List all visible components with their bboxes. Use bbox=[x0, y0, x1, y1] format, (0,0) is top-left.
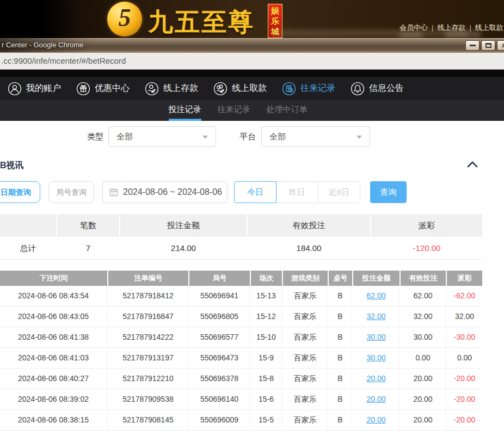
payout: -20.00 bbox=[447, 369, 482, 389]
tab-2[interactable]: 处理中订单 bbox=[267, 100, 308, 121]
logo-number: 5 bbox=[119, 5, 131, 30]
date-range-value: 2024-08-06 ~ 2024-08-06 bbox=[123, 187, 222, 197]
table-row: 2024-08-06 08:39:02521787909538550696140… bbox=[0, 389, 482, 410]
bet-amount-link[interactable]: 30.00 bbox=[366, 333, 385, 341]
game-type: 百家乐 bbox=[283, 307, 328, 327]
nav-item-deposit[interactable]: 线上存款 bbox=[145, 82, 198, 96]
round-query-button[interactable]: 局号查询 bbox=[48, 181, 94, 203]
table-id: B bbox=[329, 286, 352, 306]
logo-title: 九五至尊 bbox=[148, 5, 255, 39]
quick-button-2[interactable]: 近8日 bbox=[318, 181, 360, 203]
nav-item-label: 优惠中心 bbox=[95, 83, 130, 94]
table-header-cell: 注单编号 bbox=[108, 271, 188, 286]
bet-time: 2024-08-06 08:41:38 bbox=[0, 327, 107, 347]
bet-time: 2024-08-06 08:41:03 bbox=[0, 348, 107, 368]
url-text: .cc:9900/infe/mcenter/#/betRecord bbox=[0, 53, 504, 69]
quick-button-0[interactable]: 今日 bbox=[234, 181, 276, 203]
bet-amount-link[interactable]: 30.00 bbox=[353, 327, 399, 347]
table-header-cell: 有效投注 bbox=[401, 271, 446, 286]
table-header-cell: 场次 bbox=[251, 271, 282, 286]
record-tabs: 投注记录往来记录处理中订单 bbox=[0, 100, 504, 121]
bet-amount-link[interactable]: 20.00 bbox=[366, 374, 385, 383]
payout-total: -120.00 bbox=[371, 237, 482, 259]
address-bar[interactable]: .cc:9900/infe/mcenter/#/betRecord bbox=[0, 52, 504, 70]
window-titlebar[interactable]: r Center - Google Chrome bbox=[0, 38, 504, 52]
maximize-button[interactable] bbox=[481, 40, 495, 51]
date-range-input[interactable]: 2024-08-06 ~ 2024-08-06 bbox=[102, 181, 228, 203]
table-header-cell: 游戏类别 bbox=[283, 271, 328, 286]
type-filter-label: 类型 bbox=[87, 126, 103, 147]
bet-amount-link[interactable]: 62.00 bbox=[353, 286, 399, 306]
game-type: 百家乐 bbox=[283, 389, 328, 409]
round-id: 550696941 bbox=[189, 286, 250, 306]
banner-link[interactable]: 线上取款 bbox=[475, 23, 503, 32]
table-id: B bbox=[329, 389, 352, 409]
valid-bet: 20.00 bbox=[401, 389, 446, 409]
summary-header-cell: 投注金额 bbox=[120, 214, 247, 237]
table-body: 2024-08-06 08:43:54521787918412550696941… bbox=[0, 286, 482, 431]
platform-select-value: 全部 bbox=[269, 132, 286, 141]
nav-item-label: 我的账户 bbox=[26, 83, 61, 94]
bet-amount-link[interactable]: 30.00 bbox=[366, 353, 385, 362]
payout: 0.00 bbox=[447, 348, 482, 368]
date-query-button[interactable]: 日期查询 bbox=[0, 181, 40, 203]
bet-amount-link[interactable]: 20.00 bbox=[366, 395, 385, 403]
minimize-icon bbox=[470, 45, 476, 46]
bet-time: 2024-08-06 08:43:54 bbox=[0, 286, 107, 306]
valid-bet-total: 184.00 bbox=[248, 237, 370, 259]
nav-item-gift[interactable]: 优惠中心 bbox=[76, 82, 130, 96]
window-title: r Center - Google Chrome bbox=[0, 38, 504, 52]
table-id: B bbox=[329, 348, 352, 368]
platform-filter-label: 平台 bbox=[239, 126, 256, 147]
bet-amount-link[interactable]: 20.00 bbox=[353, 369, 399, 389]
round-id: 550696577 bbox=[189, 327, 250, 347]
bet-amount-link[interactable]: 20.00 bbox=[366, 415, 385, 424]
summary-header-row: 笔数投注金额有效投注派彩 bbox=[0, 214, 482, 237]
nav-item-label: 线上取款 bbox=[232, 83, 267, 94]
table-id: B bbox=[329, 327, 352, 347]
order-id: 521787918412 bbox=[108, 286, 188, 306]
table-header-cell: 下注时间 bbox=[0, 271, 107, 286]
table-row: 2024-08-06 08:41:03521787913197550696473… bbox=[0, 348, 482, 369]
nav-item-user[interactable]: 我的账户 bbox=[8, 82, 61, 96]
summary-header-cell: 笔数 bbox=[57, 214, 119, 237]
count: 7 bbox=[57, 237, 119, 259]
nav-item-bell[interactable]: 信息公告 bbox=[351, 82, 404, 96]
bet-time: 2024-08-06 08:43:05 bbox=[0, 307, 107, 327]
bet-amount-link[interactable]: 62.00 bbox=[366, 291, 385, 300]
search-button[interactable]: 查询 bbox=[370, 181, 407, 203]
payout: -20.00 bbox=[447, 410, 482, 430]
nav-item-records[interactable]: 往来记录 bbox=[282, 82, 335, 96]
valid-bet: 0.00 bbox=[401, 348, 446, 368]
payout: -20.00 bbox=[447, 389, 482, 409]
collapse-section-button[interactable] bbox=[466, 160, 480, 170]
quick-button-1[interactable]: 昨日 bbox=[276, 181, 318, 203]
bet-amount-link[interactable]: 32.00 bbox=[353, 307, 399, 327]
bet-time: 2024-08-06 08:39:02 bbox=[0, 389, 107, 409]
session: 15-9 bbox=[251, 348, 282, 368]
platform-select[interactable]: 全部 bbox=[261, 126, 370, 147]
nav-item-withdraw[interactable]: 线上取款 bbox=[213, 82, 267, 96]
bet-amount-link[interactable]: 32.00 bbox=[366, 312, 385, 321]
page-header-strip bbox=[0, 70, 504, 77]
bet-amount-link[interactable]: 30.00 bbox=[353, 348, 399, 368]
type-select-value: 全部 bbox=[116, 132, 133, 141]
table-id: B bbox=[329, 307, 352, 327]
round-id: 550696009 bbox=[189, 410, 250, 430]
payout: 32.00 bbox=[447, 307, 482, 327]
bet-amount-link[interactable]: 20.00 bbox=[353, 389, 399, 409]
chevron-down-icon bbox=[202, 136, 208, 139]
quick-date-group: 今日昨日近8日 bbox=[234, 181, 360, 203]
close-button[interactable]: ✕ bbox=[497, 40, 504, 51]
nav-item-label: 信息公告 bbox=[369, 83, 404, 94]
tab-1[interactable]: 往来记录 bbox=[218, 100, 250, 121]
table-id: B bbox=[329, 369, 352, 389]
table-row: 2024-08-06 08:38:15521787908145550696009… bbox=[0, 410, 482, 431]
minimize-button[interactable] bbox=[465, 40, 480, 51]
tab-0[interactable]: 投注记录 bbox=[169, 100, 201, 121]
bet-amount-link[interactable]: 20.00 bbox=[353, 410, 399, 430]
session: 15-13 bbox=[251, 286, 282, 306]
game-type: 百家乐 bbox=[283, 327, 328, 347]
summary-total-row: 总计7214.00184.00-120.00 bbox=[0, 237, 482, 260]
type-select[interactable]: 全部 bbox=[108, 126, 216, 147]
